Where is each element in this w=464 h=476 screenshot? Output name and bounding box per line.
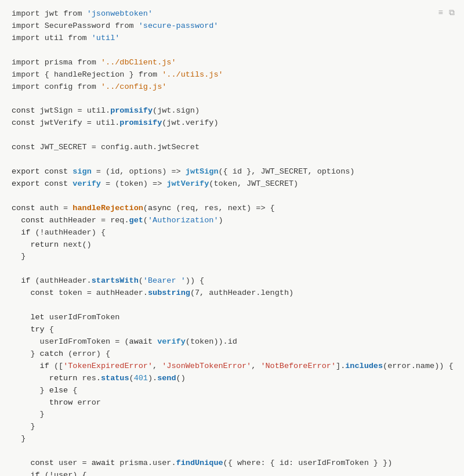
line-32: } else { [8, 385, 429, 397]
line-26: let userIdFromToken [8, 312, 429, 324]
line-blank-2 [8, 93, 429, 105]
line-12: const JWT_SECRET = config.auth.jwtSecret [8, 142, 429, 154]
line-blank-1 [8, 45, 429, 57]
line-2: import SecurePassword from 'secure-passw… [8, 20, 429, 33]
line-21: } [8, 251, 429, 263]
line-23: if (authHeader.startsWith('Bearer ')) { [8, 275, 429, 287]
line-29: } catch (error) { [8, 348, 429, 360]
line-15: export const verify = (token) => jwtVeri… [8, 178, 429, 190]
copy-icon[interactable]: ⧉ [449, 7, 455, 20]
line-9: const jwtSign = util.promisify(jwt.sign) [8, 105, 429, 117]
line-36: } [8, 433, 429, 445]
line-18: const authHeader = req.get('Authorizatio… [8, 215, 429, 227]
line-6: import { handleRejection } from '../util… [8, 69, 429, 81]
code-block: import jwt from 'jsonwebtoken' import Se… [8, 8, 464, 476]
toolbar: ≡ ⧉ [438, 7, 455, 20]
line-1: import jwt from 'jsonwebtoken' [8, 8, 429, 20]
line-7: import config from '../config.js' [8, 81, 429, 93]
line-14: export const sign = (id, options) => jwt… [8, 166, 429, 178]
line-5: import prisma from '../dbClient.js' [8, 57, 429, 69]
line-39: if (!user) { [8, 470, 429, 476]
line-10: const jwtVerify = util.promisify(jwt.ver… [8, 117, 429, 129]
line-blank-6 [8, 263, 429, 275]
line-19: if (!authHeader) { [8, 227, 429, 239]
line-38: const user = await prisma.user.findUniqu… [8, 457, 429, 470]
line-28: userIdFromToken = (await verify(token)).… [8, 336, 429, 348]
line-34: } [8, 409, 429, 421]
line-blank-7 [8, 300, 429, 312]
line-33: throw error [8, 397, 429, 409]
line-24: const token = authHeader.substring(7, au… [8, 287, 429, 300]
line-blank-5 [8, 190, 429, 203]
line-35: } [8, 421, 429, 433]
line-blank-4 [8, 154, 429, 166]
line-20: return next() [8, 239, 429, 251]
line-27: try { [8, 324, 429, 336]
line-blank-8 [8, 445, 429, 457]
line-30: if (['TokenExpiredError', 'JsonWebTokenE… [8, 360, 429, 373]
line-31: return res.status(401).send() [8, 373, 429, 385]
wrap-icon[interactable]: ≡ [438, 7, 443, 20]
line-17: const auth = handleRejection(async (req,… [8, 203, 429, 215]
line-3: import util from 'util' [8, 33, 429, 45]
line-blank-3 [8, 129, 429, 142]
code-editor: ≡ ⧉ import jwt from 'jsonwebtoken' impor… [0, 0, 464, 476]
